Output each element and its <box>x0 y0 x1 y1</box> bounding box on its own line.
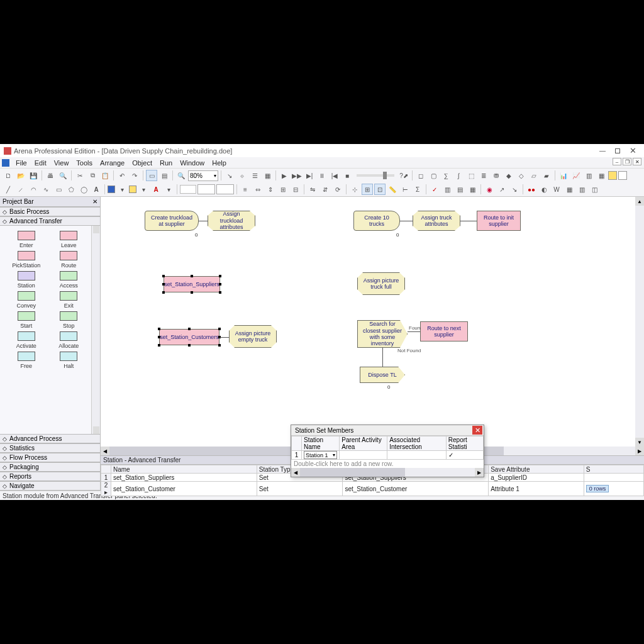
route-marker-button[interactable]: ↗ <box>496 184 508 195</box>
level-button[interactable]: ▦ <box>596 170 607 181</box>
table-row[interactable]: 2 ▸ set_Station_Customer Set set_Station… <box>101 482 644 496</box>
menu-tools[interactable]: Tools <box>72 159 96 167</box>
report-stats-checkbox[interactable] <box>446 451 483 460</box>
zoom-combo[interactable]: 80% <box>188 170 218 181</box>
line-style-button[interactable] <box>180 185 196 194</box>
go-button[interactable]: ▶ <box>279 170 290 181</box>
view-mode-button[interactable]: ▭ <box>146 170 157 181</box>
block-assign-truck-attributes[interactable]: Assign truck attributes <box>413 211 460 231</box>
text-color-dd[interactable]: ▾ <box>163 184 174 195</box>
guides-button[interactable]: ⊢ <box>399 184 411 195</box>
popup-row[interactable]: 1 Station 1 <box>292 451 484 460</box>
module-activate[interactable]: Activate <box>6 331 47 349</box>
block-route-to-init-supplier[interactable]: Route to init supplier <box>477 211 521 231</box>
popup-hscrollbar[interactable]: ◀▶ <box>291 468 484 477</box>
new-button[interactable]: 🗋 <box>3 170 14 181</box>
snap-grid-button[interactable]: ⊡ <box>374 184 386 195</box>
anim-button[interactable]: ▱ <box>528 170 540 181</box>
mdi-minimize-button[interactable]: – <box>613 158 621 165</box>
align-left-button[interactable]: ≡ <box>240 184 251 195</box>
tool-x-button[interactable]: ◐ <box>538 184 550 195</box>
undo-button[interactable]: ↶ <box>116 170 128 181</box>
open-button[interactable]: 📂 <box>15 170 26 181</box>
tool-c-button[interactable]: ▦ <box>262 170 273 181</box>
chart-button[interactable]: 📊 <box>558 170 569 181</box>
zoom-in-button[interactable]: 🔍 <box>175 170 187 181</box>
close-button[interactable]: ✕ <box>625 145 640 157</box>
module-stop[interactable]: Stop <box>49 311 89 329</box>
popup-col-station-name[interactable]: Station Name <box>302 436 340 451</box>
layers-button[interactable]: ▤ <box>158 170 170 181</box>
mdi-restore-button[interactable]: ❐ <box>623 158 631 165</box>
tool-z-button[interactable]: ▦ <box>564 184 575 195</box>
module-button[interactable]: ▢ <box>428 170 439 181</box>
distribute-v-button[interactable]: ⇕ <box>265 184 276 195</box>
minimize-button[interactable]: — <box>595 145 610 157</box>
summation-button[interactable]: Σ <box>412 184 423 195</box>
menu-object[interactable]: Object <box>128 159 156 167</box>
menu-edit[interactable]: Edit <box>31 159 50 167</box>
module-allocate[interactable]: Allocate <box>49 331 89 349</box>
block-assign-truckload-attributes[interactable]: Assign truckload attributes <box>208 211 255 231</box>
line-color-button[interactable] <box>108 186 115 193</box>
anim2-button[interactable]: ▰ <box>541 170 552 181</box>
tool-v-button[interactable]: ◫ <box>589 184 600 195</box>
menu-run[interactable]: Run <box>156 159 176 167</box>
distribute-h-button[interactable]: ⇔ <box>252 184 264 195</box>
print-button[interactable]: 🖶 <box>45 170 56 181</box>
group-button[interactable]: ⊞ <box>277 184 289 195</box>
text-tool-button[interactable]: A <box>91 184 102 195</box>
tool-y-button[interactable]: W <box>551 184 562 195</box>
plot-button[interactable]: 📈 <box>570 170 582 181</box>
panel-flow-process[interactable]: Flow Process <box>0 453 100 462</box>
maximize-button[interactable] <box>610 145 625 157</box>
copy-button[interactable]: ⧉ <box>87 170 98 181</box>
line-tool-button[interactable]: ╱ <box>3 184 14 195</box>
pause-button[interactable]: ⏸ <box>316 170 328 181</box>
module-leave[interactable]: Leave <box>49 231 89 248</box>
tool-b-button[interactable]: ☰ <box>249 170 260 181</box>
module-free[interactable]: Free <box>6 352 47 369</box>
route-marker2-button[interactable]: ↘ <box>509 184 520 195</box>
module-enter[interactable]: Enter <box>6 231 47 248</box>
fill-color-button[interactable] <box>129 186 136 193</box>
storage-button[interactable]: ⛃ <box>491 170 502 181</box>
marker-yellow[interactable] <box>608 171 617 180</box>
mdi-close-button[interactable]: ✕ <box>633 158 641 165</box>
block-create-truckload[interactable]: Create truckload at supplier <box>145 211 199 231</box>
menu-view[interactable]: View <box>50 159 73 167</box>
flip-h-button[interactable]: ⇋ <box>307 184 318 195</box>
panel-advanced-process[interactable]: Advanced Process <box>0 434 100 443</box>
tool-wiz-button[interactable]: ▥ <box>441 184 453 195</box>
module-exit[interactable]: Exit <box>49 291 89 309</box>
module-start[interactable]: Start <box>6 311 47 329</box>
submodel-button[interactable]: ◻ <box>415 170 426 181</box>
connect-button[interactable]: ↘ <box>224 170 235 181</box>
panel-advanced-transfer[interactable]: Advanced Transfer <box>0 216 100 226</box>
popup-col-parent-activity[interactable]: Parent Activity Area <box>340 436 387 451</box>
menu-help[interactable]: Help <box>208 159 230 167</box>
block-assign-picture-empty-truck[interactable]: Assign picture empty truck <box>229 325 277 348</box>
popup-col-report-statistics[interactable]: Report Statisti <box>446 436 483 451</box>
check-button[interactable]: ✓ <box>429 184 440 195</box>
popup-col-associated-intersection[interactable]: Associated Intersection <box>387 436 447 451</box>
arc-tool-button[interactable]: ◠ <box>28 184 39 195</box>
rotate-button[interactable]: ⟳ <box>332 184 343 195</box>
rect-tool-button[interactable]: ▭ <box>53 184 64 195</box>
res-button[interactable]: ⬚ <box>465 170 477 181</box>
module-route[interactable]: Route <box>49 251 89 269</box>
menu-file[interactable]: File <box>12 159 31 167</box>
expr-button[interactable]: ∫ <box>453 170 464 181</box>
speed-slider[interactable] <box>357 174 394 177</box>
module-pickstation[interactable]: PickStation <box>6 251 47 269</box>
menu-window[interactable]: Window <box>176 159 208 167</box>
print-preview-button[interactable]: 🔍 <box>57 170 69 181</box>
histogram-button[interactable]: ▥ <box>583 170 594 181</box>
model-canvas[interactable]: ▲▼ Create truckload at supplier 0 Assign… <box>101 197 644 447</box>
record-button[interactable]: ●● <box>526 184 537 195</box>
block-set-station-suppliers[interactable]: set_Station_Suppliers <box>164 276 220 292</box>
canvas-vscrollbar[interactable]: ▲▼ <box>635 197 644 447</box>
panel-basic-process[interactable]: Basic Process <box>0 207 100 216</box>
marker-white[interactable] <box>618 171 627 180</box>
panel-packaging[interactable]: Packaging <box>0 462 100 472</box>
